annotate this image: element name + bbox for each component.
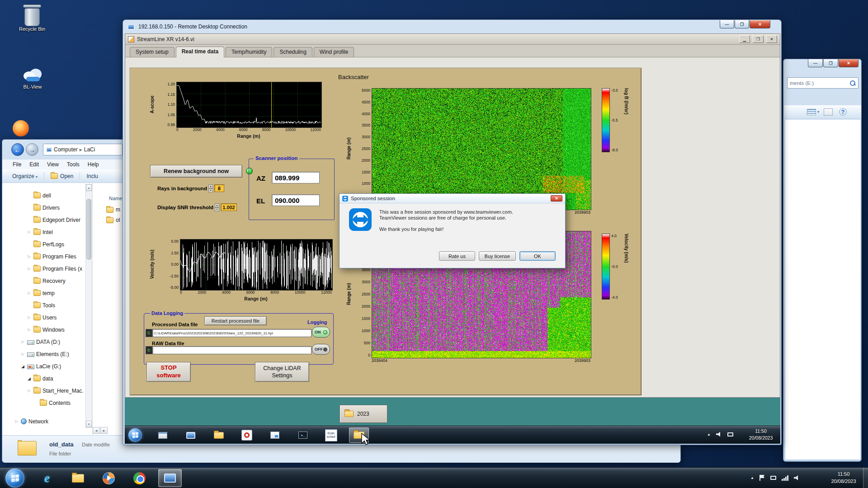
collapsed-expander-icon[interactable]: ▷ [27,328,32,332]
tab-temp-humidity[interactable]: Temp/humidity [226,47,272,57]
internet-explorer-button[interactable]: e [35,469,59,487]
tree-item-drivers[interactable]: Drivers [2,202,85,214]
az-value[interactable]: 089.999 [272,172,320,183]
processed-path-field[interactable]: C:\LiDAR\Data\Proc\2023\202308\20230820\… [152,329,311,337]
menu-tools[interactable]: Tools [63,160,84,169]
renew-background-button[interactable]: Renew background now [150,165,242,178]
file-item[interactable]: ol [106,217,120,223]
change-lidar-settings-button[interactable]: Change LiDARSettings [255,362,309,382]
scroll-left-icon[interactable]: ◀ [93,427,100,434]
tree-item-users[interactable]: ▷Users [2,311,85,324]
scroll-up-icon[interactable]: ▲ [86,184,92,191]
close-button[interactable]: ✕ [750,20,770,28]
open-button[interactable]: Open [60,173,73,179]
tree-scrollbar[interactable]: ▲ ▼ [85,184,92,428]
tree-item-contents[interactable]: Contents [2,397,85,409]
el-value[interactable]: 090.000 [272,194,320,206]
ok-button[interactable]: OK [519,251,556,261]
taskbar-app-window-button[interactable] [153,427,173,443]
forward-button[interactable]: → [26,143,38,156]
tree-item-elements-e-[interactable]: ▷Elements (E:) [2,348,85,360]
media-player-button[interactable] [97,469,120,487]
taskbar-terminal-button[interactable]: >_ [293,427,313,443]
menu-help[interactable]: Help [84,160,103,169]
folder-window-2023[interactable]: 2023 [340,405,387,423]
collapsed-expander-icon[interactable]: ▷ [27,254,32,258]
collapsed-expander-icon[interactable]: ▷ [20,352,25,356]
tray-status-icon[interactable] [727,432,733,436]
show-desktop-button[interactable] [863,468,868,488]
tree-item-perflogs[interactable]: PerfLogs [2,238,85,250]
breadcrumb-segment[interactable]: LaCi [84,146,95,153]
view-list-icon[interactable] [807,109,816,115]
path-browse-icon[interactable]: C [146,346,152,354]
menu-view[interactable]: View [43,160,63,169]
pane-splitter[interactable] [92,183,93,435]
expanded-expander-icon[interactable]: ◢ [20,364,25,369]
tree-item-program-files-x[interactable]: ▷Program Files (x [2,263,85,275]
rays-value[interactable]: 8 [214,184,224,192]
snr-value[interactable]: 1.002 [221,203,237,211]
desktop-icon-bl-view[interactable]: BL-View [12,66,53,89]
tree-item-edgeport-driver[interactable]: Edgeport Driver [2,214,85,226]
minimize-button[interactable]: — [720,20,734,28]
tree-item-tools[interactable]: Tools [2,299,85,311]
power-status-icon[interactable] [770,476,776,480]
tab-scheduling[interactable]: Scheduling [274,47,312,57]
close-icon[interactable]: ✕ [551,195,562,202]
hidden-icons-chevron[interactable]: ▲ [750,476,754,480]
spinner-arrows[interactable]: ▲▼ [215,203,219,211]
buy-license-button[interactable]: Buy license [479,251,516,261]
tree-item-data[interactable]: ◢data [2,372,85,385]
search-input[interactable]: ments (E:) [787,77,859,89]
preview-pane-icon[interactable] [824,108,833,116]
tree-item-dell[interactable]: dell [2,189,85,202]
scrollbar-thumb[interactable] [86,199,91,260]
collapsed-expander-icon[interactable]: ▷ [27,315,32,319]
chevron-down-icon[interactable]: ▾ [817,110,819,114]
scroll-right-icon[interactable]: ▶ [100,427,108,434]
tree-item-start-here-mac-[interactable]: ▷Start_Here_Mac. [2,385,85,397]
file-item[interactable]: m [106,206,120,213]
help-icon[interactable]: ? [839,108,847,116]
hidden-icons-chevron[interactable]: ▲ [707,432,711,436]
volume-icon[interactable] [716,432,722,437]
dialog-titlebar[interactable]: Sponsored session ✕ [340,194,565,203]
tab-wind-profile[interactable]: Wind profile [314,47,354,57]
collapsed-expander-icon[interactable]: ▷ [14,419,19,423]
start-button[interactable] [5,469,24,488]
column-header-name[interactable]: Name [109,196,122,201]
volume-icon[interactable] [794,475,800,481]
taskbar-scan-scheduler-button[interactable]: Scansched [321,427,341,443]
close-button[interactable]: ✕ [766,35,777,43]
raw-logging-toggle[interactable]: OFF [312,344,330,355]
host-clock[interactable]: 11:50 20/08/2023 [825,471,863,485]
back-button[interactable]: ← [11,143,24,156]
remote-start-button[interactable] [128,428,142,442]
tree-item-lacie-g-[interactable]: ◢LaCie (G:) [2,360,85,372]
expanded-expander-icon[interactable]: ◢ [27,376,32,381]
rdp-titlebar[interactable]: 192.168.0.150 - Remote Desktop Connectio… [123,20,781,33]
explorer-button[interactable] [66,469,90,487]
search-icon[interactable] [849,80,856,86]
maximize-button[interactable]: ❐ [735,20,749,28]
collapsed-expander-icon[interactable]: ▷ [20,340,25,344]
taskbar-folder-button[interactable] [209,427,229,443]
scroll-down-icon[interactable]: ▼ [86,421,92,427]
spin-up-icon[interactable]: ▲ [208,184,213,188]
chrome-button[interactable] [127,469,151,487]
remote-clock[interactable]: 11:50 20/08/2023 [743,428,778,441]
taskbar-remote-display-button[interactable] [181,427,201,443]
spinner-arrows[interactable]: ▲▼ [208,184,213,192]
tree-item-windows[interactable]: ▷Windows [2,324,85,336]
spin-down-icon[interactable]: ▼ [215,207,219,211]
tree-item-data-d-[interactable]: ▷DATA (D:) [2,336,85,348]
tree-item-intel[interactable]: ▷Intel [2,226,85,238]
action-center-flag-icon[interactable] [760,475,765,481]
raw-path-field[interactable] [152,346,311,354]
processed-logging-toggle[interactable]: ON [312,327,330,338]
close-button[interactable]: ✕ [839,59,859,67]
tree-item-temp[interactable]: ▷temp [2,287,85,299]
spin-down-icon[interactable]: ▼ [208,188,213,192]
app-titlebar[interactable]: StreamLine XR v14-6.vi ▁ ❐ ✕ [125,34,780,45]
